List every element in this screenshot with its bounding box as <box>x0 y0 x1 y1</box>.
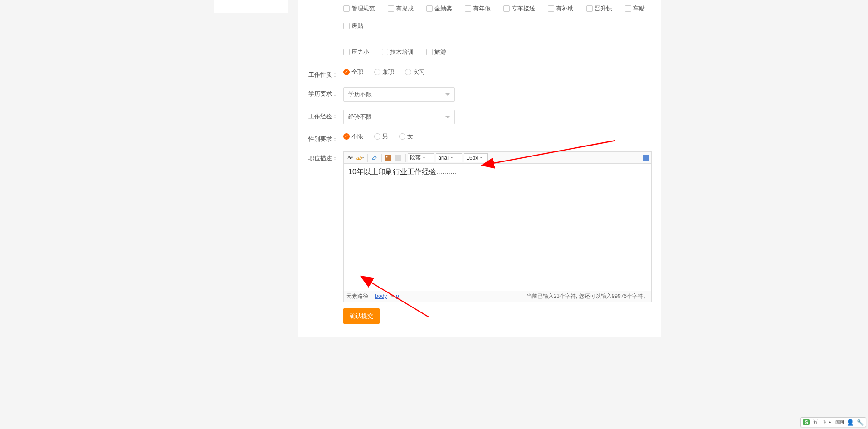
checkbox-icon <box>382 49 388 55</box>
editor-footer: 元素路径： body > p 当前已输入23个字符, 您还可以输入99976个字… <box>344 291 651 302</box>
work-nature-option[interactable]: 实习 <box>405 68 425 76</box>
education-row: 学历要求： 学历不限 <box>307 87 652 102</box>
font-dropdown[interactable]: arial <box>436 153 462 162</box>
work-nature-label: 工作性质： <box>307 68 343 79</box>
element-path-label: 元素路径： <box>346 293 374 299</box>
editor-body[interactable]: 10年以上印刷行业工作经验.......... <box>344 164 651 291</box>
settings-icon[interactable]: 🔧 <box>857 419 864 426</box>
radio-label: 女 <box>407 132 413 141</box>
paragraph-value: 段落 <box>410 154 421 161</box>
benefit-checkbox[interactable]: 房贴 <box>343 22 363 30</box>
toolbar-right <box>643 155 649 161</box>
attachment-button[interactable] <box>394 153 403 162</box>
svg-rect-2 <box>385 155 391 161</box>
benefit-checkbox[interactable]: 专车接送 <box>503 5 535 13</box>
benefit-label: 有补助 <box>556 5 574 13</box>
path-p-link[interactable]: p <box>396 293 399 299</box>
benefit-checkbox[interactable]: 全勤奖 <box>426 5 452 13</box>
svg-marker-0 <box>372 156 376 160</box>
keyboard-icon[interactable]: ⌨ <box>835 419 844 426</box>
benefit-checkbox[interactable]: 压力小 <box>343 48 369 56</box>
radio-label: 兼职 <box>382 68 394 76</box>
benefit-checkbox[interactable]: 技术培训 <box>382 48 414 56</box>
backcolor-button[interactable]: ab▾ <box>356 153 365 162</box>
checkbox-icon <box>388 5 394 12</box>
education-value: 学历不限 <box>348 90 372 98</box>
benefit-label: 全勤奖 <box>434 5 452 13</box>
forecolor-button[interactable]: A▾ <box>346 153 355 162</box>
paragraph-dropdown[interactable]: 段落 <box>408 153 434 162</box>
editor-toolbar: A▾ ab▾ 段落 <box>344 152 651 164</box>
gender-option[interactable]: 男 <box>374 132 388 141</box>
description-label: 职位描述： <box>307 151 343 162</box>
image-button[interactable] <box>384 153 393 162</box>
svg-point-3 <box>386 156 388 157</box>
work-nature-option[interactable]: 兼职 <box>374 68 394 76</box>
path-body-link[interactable]: body <box>375 293 387 299</box>
submit-button[interactable]: 确认提交 <box>343 308 380 324</box>
checkbox-icon <box>586 5 593 12</box>
work-nature-options: 全职兼职实习 <box>343 68 652 76</box>
benefit-checkbox[interactable]: 晋升快 <box>586 5 612 13</box>
benefit-checkbox[interactable]: 旅游 <box>426 48 446 56</box>
svg-rect-4 <box>395 155 401 161</box>
gender-option[interactable]: 女 <box>399 132 413 141</box>
eraser-button[interactable] <box>370 153 379 162</box>
toolbar-separator <box>381 154 382 162</box>
gender-label: 性别要求： <box>307 132 343 143</box>
fullscreen-icon[interactable] <box>643 155 649 161</box>
toolbar-separator <box>367 154 368 162</box>
ime-lang: 五 <box>813 419 818 426</box>
experience-select[interactable]: 经验不限 <box>343 110 455 124</box>
ime-toolbar[interactable]: S 五 ☽ •, ⌨ 👤 🔧 <box>800 417 866 427</box>
radio-icon <box>399 133 405 140</box>
benefit-checkbox[interactable]: 有年假 <box>465 5 491 13</box>
gender-option[interactable]: 不限 <box>343 132 363 141</box>
benefit-label: 旅游 <box>434 48 446 56</box>
benefit-label: 技术培训 <box>390 48 414 56</box>
checkbox-icon <box>343 49 350 55</box>
fontsize-dropdown[interactable]: 16px <box>464 153 488 162</box>
radio-icon <box>343 69 350 75</box>
radio-label: 实习 <box>413 68 425 76</box>
submit-label: 确认提交 <box>350 312 373 319</box>
benefit-label: 管理规范 <box>351 5 375 13</box>
radio-icon <box>405 69 411 75</box>
font-value: arial <box>438 155 449 161</box>
punctuation-icon[interactable]: •, <box>829 419 833 426</box>
benefit-checkbox[interactable]: 车贴 <box>625 5 645 13</box>
experience-control: 经验不限 <box>343 110 652 124</box>
gender-options: 不限男女 <box>343 132 652 141</box>
education-select[interactable]: 学历不限 <box>343 87 455 102</box>
checkbox-icon <box>343 23 350 29</box>
editor-content-text: 10年以上印刷行业工作经验.......... <box>348 168 456 176</box>
benefit-checkbox[interactable]: 有提成 <box>388 5 414 13</box>
checkbox-icon <box>426 5 433 12</box>
benefit-checkbox[interactable]: 管理规范 <box>343 5 375 13</box>
benefit-checkbox[interactable]: 有补助 <box>548 5 574 13</box>
education-control: 学历不限 <box>343 87 652 102</box>
benefit-label: 房贴 <box>351 22 363 30</box>
radio-label: 全职 <box>351 68 363 76</box>
work-nature-row: 工作性质： 全职兼职实习 <box>307 68 652 79</box>
benefits-row-top: 管理规范有提成全勤奖有年假专车接送有补助晋升快车贴房贴压力小技术培训旅游 <box>307 5 652 56</box>
form-card: 管理规范有提成全勤奖有年假专车接送有补助晋升快车贴房贴压力小技术培训旅游 工作性… <box>298 0 661 337</box>
experience-value: 经验不限 <box>348 113 372 121</box>
radio-icon <box>343 133 350 140</box>
checkbox-icon <box>625 5 631 12</box>
char-count: 当前已输入23个字符, 您还可以输入99976个字符。 <box>527 292 649 300</box>
user-icon[interactable]: 👤 <box>847 419 854 426</box>
checkbox-icon <box>503 5 510 12</box>
radio-icon <box>374 133 380 140</box>
experience-label: 工作经验： <box>307 110 343 121</box>
ime-badge: S <box>803 419 809 425</box>
chevron-down-icon <box>445 116 450 118</box>
radio-icon <box>374 69 380 75</box>
work-nature-option[interactable]: 全职 <box>343 68 363 76</box>
chevron-down-icon <box>445 93 450 96</box>
description-row: 职位描述： A▾ ab▾ <box>307 151 652 302</box>
checkbox-icon <box>343 5 350 12</box>
moon-icon[interactable]: ☽ <box>821 419 826 426</box>
benefits-label-spacer <box>307 5 343 7</box>
experience-row: 工作经验： 经验不限 <box>307 110 652 124</box>
